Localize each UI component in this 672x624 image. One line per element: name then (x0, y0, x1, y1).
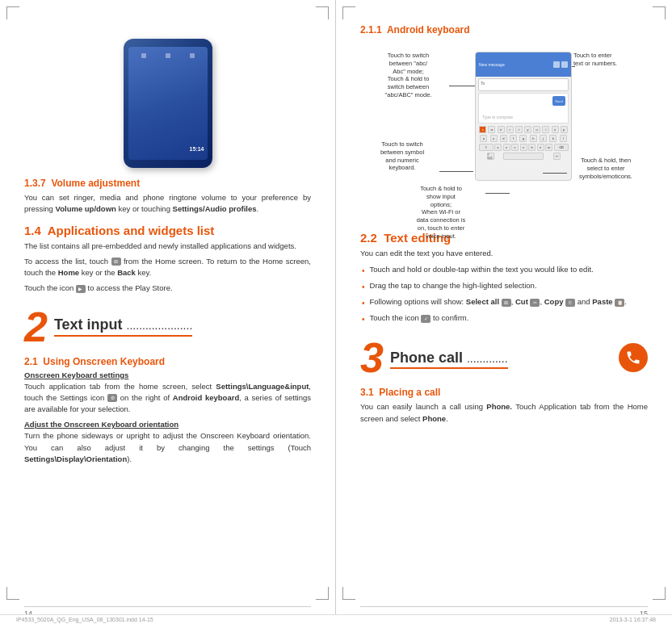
corner-mark-r-tr (653, 6, 666, 19)
corner-mark-tl (6, 6, 19, 19)
corner-mark-br (316, 587, 329, 600)
section-2-1-body2: Turn the phone sideways or upright to ad… (24, 430, 311, 465)
bullet-4: • Touch the icon ✓ to confirm. (362, 312, 648, 325)
kbd-row1: c w e r t y u i o p (476, 125, 571, 134)
keyboard-diagram: Touch to switchbetween "abc/Abc" mode;To… (360, 44, 648, 221)
corner-mark-bl (6, 587, 19, 600)
phone-image: 15:14 (124, 39, 212, 168)
bullet-dot-3: • (362, 297, 365, 309)
kbd-key-u: u (533, 126, 540, 133)
kbd-screenshot: New message To Type to compose Send c w … (475, 52, 572, 181)
kbd-icon1 (553, 61, 560, 68)
right-page: 2.1.1 Android keyboard Touch to switchbe… (336, 0, 672, 624)
kbd-key-y: y (524, 126, 531, 133)
section-2-2-bullets: • Touch and hold or double-tap within th… (360, 264, 648, 325)
corner-mark-r-bl (342, 587, 355, 600)
section-1-3-7-header: 1.3.7 Volume adjustment (24, 178, 311, 189)
kbd-key-m: m (545, 144, 552, 151)
kbd-space (503, 153, 544, 160)
kbd-screen-top: New message (476, 52, 571, 77)
kbd-key-cv: c (511, 144, 519, 151)
annotation-bottom-center: Touch & hold toshow inputoptions;When Wi… (393, 185, 489, 240)
chapter-2-number: 2 (24, 306, 48, 348)
kbd-key-h: h (530, 135, 537, 142)
bullet-text-2: Drag the tap to change the high-lighted … (370, 280, 537, 293)
phone-call-icon (619, 343, 648, 372)
annotation-bottom-right: Touch & hold, thenselect to entersymbols… (565, 157, 646, 180)
kbd-key-w: w (488, 126, 495, 133)
kbd-key-c: c (479, 126, 486, 133)
kbd-key-sym: ?123 (487, 153, 494, 160)
annotation-top-right: Touch to entertext or numbers. (573, 52, 646, 68)
phone-icons (132, 53, 204, 58)
chapter-2-header: 2 Text input ..................... (24, 306, 311, 348)
kbd-icon2 (561, 61, 568, 68)
kbd-key-shift: ⇧ (479, 144, 494, 151)
section-2-1-header: 2.1 Using Onscreen Keyboard (24, 356, 311, 367)
bullet-dot-1: • (362, 265, 365, 277)
kbd-key-n: n (537, 144, 544, 151)
kbd-key-i: i (542, 126, 549, 133)
settings-icon: ⚙ (107, 394, 117, 402)
ann-line-br (543, 173, 567, 174)
kbd-screen-icons (553, 61, 568, 68)
bullet-text-3: Following options will show: Select all … (370, 296, 627, 309)
annotation-top-left: Touch to switchbetween "abc/Abc" mode;To… (362, 52, 455, 99)
section-1-4-body3: Touch the icon ▶ to access the Play Stor… (24, 283, 311, 294)
print-info-bar: IP4533_5020A_QG_Eng_USA_08_130301.indd 1… (0, 614, 672, 624)
confirm-icon: ✓ (421, 315, 430, 323)
new-message-label: New message (479, 62, 552, 67)
kbd-key-k: k (549, 135, 556, 142)
corner-mark-tr (316, 6, 329, 19)
select-all-icon: ⊞ (502, 299, 511, 307)
bullet-text-4: Touch the icon ✓ to confirm. (370, 312, 469, 325)
bullet-text-1: Touch and hold or double-tap within the … (370, 264, 594, 277)
kbd-key-b: b (528, 144, 536, 151)
kbd-key-f: f (510, 135, 517, 142)
section-1-4-body2: To access the list, touch ⊞ from the Hom… (24, 256, 311, 279)
section-2-2-intro: You can edit the text you have entered. (360, 248, 648, 259)
kbd-key-enter: ↵ (553, 153, 561, 160)
home-icon: ⊞ (111, 258, 121, 266)
kbd-key-z: z (494, 144, 502, 151)
kbd-key-a: a (480, 135, 487, 142)
onscreen-keyboard-settings-link[interactable]: Onscreen Keyboard settings (24, 371, 311, 379)
ann-line-bl (439, 171, 473, 172)
chapter-2-title: Text input ..................... (54, 316, 192, 337)
chapter-3-title-wrap: Phone call ............. (390, 350, 612, 366)
kbd-key-del: ⌫ (554, 144, 569, 151)
chapter-3-header: 3 Phone call ............. (360, 337, 648, 379)
print-file: IP4533_5020A_QG_Eng_USA_08_130301.indd 1… (16, 617, 153, 622)
section-1-4-body1: The list contains all pre-embedded and n… (24, 241, 311, 252)
bullet-dot-4: • (362, 313, 365, 325)
corner-mark-r-tl (342, 6, 355, 19)
corner-mark-r-br (653, 587, 666, 600)
adjust-orientation-link[interactable]: Adjust the Onscreen Keyboard orientation (24, 420, 311, 429)
section-3-1-body: You can easily launch a call using Phone… (360, 401, 648, 425)
cut-icon: ✂ (530, 299, 540, 307)
ann-line-bc (485, 193, 510, 194)
kbd-to-field: To (478, 78, 569, 91)
kbd-type-hint: Type to compose (482, 115, 513, 119)
kbd-key-o: o (552, 126, 559, 133)
section-3-1-header: 3.1 Placing a call (360, 387, 648, 398)
bullet-1: • Touch and hold or double-tap within th… (362, 264, 648, 277)
kbd-row3: ⇧ z x c v b n m ⌫ (476, 143, 571, 152)
kbd-key-t: t (515, 126, 523, 133)
kbd-key-j: j (540, 135, 547, 142)
kbd-key-x: x (503, 144, 510, 151)
kbd-key-e: e (498, 126, 505, 133)
kbd-row2: a s d f g h j k l (476, 134, 571, 143)
annotation-bottom-left: Touch to switchbetween symboland numeric… (362, 140, 443, 172)
bullet-3: • Following options will show: Select al… (362, 296, 648, 309)
kbd-key-p: p (561, 126, 568, 133)
play-store-icon: ▶ (76, 285, 86, 293)
kbd-key-s: s (490, 135, 498, 142)
bullet-2: • Drag the tap to change the high-lighte… (362, 280, 648, 293)
kbd-send-btn: Send (552, 96, 565, 106)
chapter-3-number: 3 (360, 337, 384, 379)
kbd-key-d: d (500, 135, 507, 142)
section-2-1-1-header: 2.1.1 Android keyboard (360, 24, 648, 36)
kbd-key-l: l (560, 135, 567, 142)
phone-icon (625, 350, 641, 366)
